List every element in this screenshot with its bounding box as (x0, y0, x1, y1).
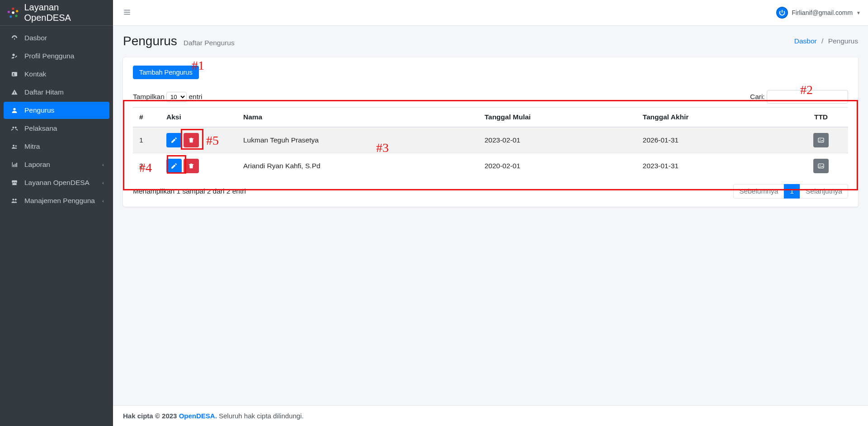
edit-button[interactable] (166, 133, 182, 147)
sidebar-item-pelaksana[interactable]: Pelaksana (4, 120, 109, 137)
footer-brand-link[interactable]: OpenDESA. (179, 412, 217, 420)
length-control: Tampilkan 10 entri (133, 92, 203, 102)
sidebar-item-mitra[interactable]: Mitra (4, 138, 109, 155)
sidebar-item-label: Laporan (24, 161, 50, 169)
page-next[interactable]: Selanjutnya (800, 184, 848, 199)
sidebar-item-layanan-opendesa[interactable]: Layanan OpenDESA‹ (4, 174, 109, 191)
sidebar-item-label: Profil Pengguna (24, 52, 74, 60)
svg-point-3 (9, 15, 12, 18)
cell-akhir: 2026-01-31 (637, 127, 794, 153)
table-row: 1Lukman Teguh Prasetya2023-02-012026-01-… (133, 127, 848, 153)
page-prev[interactable]: Sebelumnya (733, 184, 784, 199)
user-icon (9, 107, 20, 114)
cell-nama: Lukman Teguh Prasetya (237, 127, 478, 153)
svg-point-13 (15, 145, 17, 147)
content-header: Pengurus Daftar Pengurus Dasbor / Pengur… (113, 26, 868, 52)
caret-down-icon: ▼ (856, 10, 861, 15)
sidebar-item-label: Mitra (24, 142, 40, 151)
cell-mulai: 2020-02-01 (478, 153, 637, 179)
delete-button[interactable] (184, 133, 199, 147)
brand-name: Layanan OpenDESA (24, 2, 107, 23)
sidebar-item-dasbor[interactable]: Dasbor (4, 29, 109, 47)
svg-point-0 (12, 8, 14, 10)
length-select[interactable]: 10 (166, 92, 187, 102)
search-control: Cari: (750, 90, 848, 104)
svg-point-4 (7, 11, 9, 13)
card-pengurus: Tambah Pengurus Tampilkan 10 entri Cari:… (123, 57, 858, 207)
add-pengurus-button[interactable]: Tambah Pengurus (133, 66, 199, 79)
sidebar-item-pengurus[interactable]: Pengurus (4, 102, 109, 119)
cell-aksi (160, 153, 237, 179)
sidebar-item-daftar-hitam[interactable]: Daftar Hitam (4, 84, 109, 101)
group-icon (9, 125, 20, 132)
col-ttd[interactable]: TTD (794, 108, 848, 128)
menu-toggle-icon[interactable] (120, 5, 134, 20)
svg-point-15 (15, 199, 17, 200)
store-icon (9, 179, 20, 186)
pagination: Sebelumnya 1 Selanjutnya (733, 184, 848, 199)
delete-button[interactable] (184, 159, 199, 173)
user-menu[interactable]: Firlianif@gmail.comm ▼ (776, 7, 861, 19)
topbar: Firlianif@gmail.comm ▼ (113, 0, 868, 26)
breadcrumb-root[interactable]: Dasbor (794, 37, 817, 45)
breadcrumb-current: Pengurus (828, 37, 858, 45)
cell-no: 2 (133, 153, 160, 179)
user-email: Firlianif@gmail.comm (792, 9, 853, 16)
edit-button[interactable] (166, 159, 182, 173)
svg-point-6 (12, 54, 14, 56)
people-icon (9, 197, 20, 204)
cell-ttd (794, 153, 848, 179)
svg-point-12 (13, 145, 14, 147)
sidebar-item-label: Daftar Hitam (24, 88, 64, 96)
svg-point-21 (820, 139, 821, 140)
length-prefix: Tampilkan (133, 93, 165, 100)
table-info: Menampilkan 1 sampai 2 dari 2 entri (133, 187, 246, 195)
chevron-left-icon: ‹ (102, 162, 104, 167)
cell-akhir: 2023-01-31 (637, 153, 794, 179)
sidebar-item-laporan[interactable]: Laporan‹ (4, 156, 109, 173)
search-label: Cari: (750, 93, 765, 100)
user-edit-icon (9, 52, 20, 60)
ttd-image-button[interactable] (813, 159, 829, 173)
cell-ttd (794, 127, 848, 153)
col-aksi[interactable]: Aksi (160, 108, 237, 128)
cell-nama: Ariandi Ryan Kahfi, S.Pd (237, 153, 478, 179)
cell-no: 1 (133, 127, 160, 153)
chevron-left-icon: ‹ (102, 180, 104, 185)
sidebar-item-profil-pengguna[interactable]: Profil Pengguna (4, 47, 109, 65)
svg-rect-20 (818, 138, 824, 142)
cell-mulai: 2023-02-01 (478, 127, 637, 153)
users-icon (9, 143, 20, 150)
sidebar-item-label: Kontak (24, 70, 46, 78)
pengurus-table: #AksiNamaTanggal MulaiTanggal AkhirTTD 1… (133, 107, 848, 179)
col-[interactable]: # (133, 108, 160, 128)
sidebar-item-kontak[interactable]: Kontak (4, 66, 109, 83)
footer: Hak cipta © 2023 OpenDESA. Seluruh hak c… (113, 405, 868, 426)
page-1[interactable]: 1 (784, 184, 800, 199)
power-icon (776, 7, 788, 19)
col-nama[interactable]: Nama (237, 108, 478, 128)
svg-point-14 (12, 199, 14, 200)
brand[interactable]: Layanan OpenDESA (0, 0, 113, 26)
col-tanggalmulai[interactable]: Tanggal Mulai (478, 108, 637, 128)
ttd-image-button[interactable] (813, 133, 829, 147)
sidebar-item-label: Manajemen Pengguna (24, 197, 95, 205)
chart-icon (9, 161, 20, 168)
sidebar-item-label: Layanan OpenDESA (24, 179, 90, 187)
dashboard-icon (9, 34, 20, 42)
svg-point-10 (12, 127, 14, 128)
svg-point-5 (12, 11, 14, 14)
svg-point-8 (13, 73, 14, 75)
search-input[interactable] (767, 90, 848, 104)
warning-icon (9, 89, 20, 96)
chevron-left-icon: ‹ (102, 198, 104, 204)
col-tanggalakhir[interactable]: Tanggal Akhir (637, 108, 794, 128)
sidebar-item-label: Pengurus (24, 106, 54, 114)
contact-icon (9, 71, 20, 78)
svg-rect-22 (818, 164, 824, 168)
footer-copy: Hak cipta © 2023 (123, 412, 179, 420)
breadcrumb: Dasbor / Pengurus (794, 37, 858, 45)
sidebar-item-manajemen-pengguna[interactable]: Manajemen Pengguna‹ (4, 192, 109, 209)
brand-logo-icon (6, 6, 19, 19)
svg-point-23 (820, 165, 821, 166)
